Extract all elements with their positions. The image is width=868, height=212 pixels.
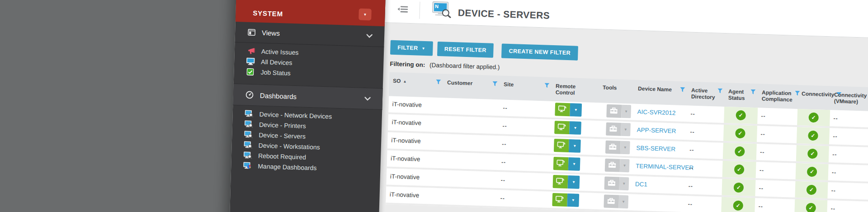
tools-button[interactable] xyxy=(606,122,621,136)
sort-asc-icon: ▲ xyxy=(403,80,406,84)
filter-button[interactable]: FILTER ▼ xyxy=(390,40,433,56)
cell-customer xyxy=(442,116,499,134)
device-name-link[interactable]: AIC-SVR2012 xyxy=(637,108,675,117)
sidebar-item-label: Manage Dashboards xyxy=(258,162,316,171)
remote-control-button[interactable] xyxy=(553,157,569,170)
cell-text: iT-novative xyxy=(390,191,420,199)
remote-control-button[interactable] xyxy=(553,175,568,188)
tools-button[interactable] xyxy=(604,195,619,208)
monitor-icon xyxy=(246,57,255,66)
cell-text: iT-novative xyxy=(391,155,420,163)
toolbox-icon xyxy=(608,179,616,188)
tools-button[interactable] xyxy=(605,159,620,172)
column-header-so[interactable]: SO▲ xyxy=(389,77,444,86)
create-new-filter-button[interactable]: CREATE NEW FILTER xyxy=(501,43,578,60)
status-ok-icon: ✓ xyxy=(808,130,818,141)
remote-monitor-icon xyxy=(558,105,567,114)
chevron-down-icon: ▼ xyxy=(363,12,367,16)
remote-control-dropdown[interactable]: ▼ xyxy=(568,157,580,171)
sidebar-section-label: Views xyxy=(262,29,280,37)
monitor-search-icon xyxy=(244,130,253,139)
cell-agent: ✓ xyxy=(723,125,757,142)
chevron-down-icon: ▼ xyxy=(623,146,627,150)
status-ok-icon: ✓ xyxy=(735,128,745,138)
column-header-remote[interactable]: Remote Control xyxy=(552,82,599,97)
remote-control-button[interactable] xyxy=(554,139,569,152)
filter-funnel-icon[interactable] xyxy=(750,90,755,96)
cell-ad: -- xyxy=(685,160,723,177)
sidebar-item-label: Device - Network Devices xyxy=(259,110,332,120)
tools-dropdown[interactable]: ▼ xyxy=(619,159,629,173)
column-header-tools[interactable]: Tools xyxy=(599,83,634,92)
cell-text: -- xyxy=(503,104,507,111)
tools-dropdown[interactable]: ▼ xyxy=(618,195,628,209)
device-name-link[interactable]: SBS-SERVER xyxy=(636,145,675,153)
status-ok-icon: ✓ xyxy=(734,164,745,174)
sidebar-section-dashboards[interactable]: Dashboards xyxy=(233,84,382,110)
filter-funnel-icon[interactable] xyxy=(436,80,441,86)
chevron-down-icon: ▼ xyxy=(573,126,577,130)
column-header-ad[interactable]: Active Directory xyxy=(688,86,725,101)
status-ok-icon: ✓ xyxy=(736,110,746,120)
cell-text: -- xyxy=(833,115,838,121)
remote-control-dropdown[interactable]: ▼ xyxy=(569,121,581,135)
sidebar-section-views[interactable]: Views xyxy=(235,22,384,47)
status-ok-icon: ✓ xyxy=(733,200,743,211)
column-label: Remote Control xyxy=(556,83,591,97)
column-label: Application Compliance xyxy=(762,89,793,103)
column-header-customer[interactable]: Customer xyxy=(443,78,500,88)
cell-device: AIC-SVR2012 xyxy=(633,104,687,122)
cell-tools: ▼ xyxy=(598,103,634,120)
tools-dropdown[interactable]: ▼ xyxy=(619,177,629,191)
column-header-conn[interactable]: Connectivity xyxy=(798,90,831,99)
tools-dropdown[interactable]: ▼ xyxy=(621,123,631,137)
reset-filter-label: RESET FILTER xyxy=(444,46,486,53)
tools-button[interactable] xyxy=(606,104,622,118)
cell-conn: ✓ xyxy=(796,163,829,180)
cell-site: -- xyxy=(499,118,551,136)
column-label: Connectivity (VMware) xyxy=(834,92,868,106)
column-header-device[interactable]: Device Name xyxy=(634,85,688,94)
column-header-agent[interactable]: Agent Status xyxy=(725,87,759,102)
tools-button[interactable] xyxy=(604,177,620,190)
chevron-down-icon: ▼ xyxy=(571,198,575,203)
table-body: iT-novative--▼▼AIC-SVR2012--✓--✓--iT-nov… xyxy=(386,96,868,212)
remote-control-button[interactable] xyxy=(554,121,570,134)
sidebar-menu-button[interactable]: ▼ xyxy=(359,8,372,20)
filter-funnel-icon[interactable] xyxy=(544,83,549,90)
filter-funnel-icon[interactable] xyxy=(717,88,722,95)
reset-filter-button[interactable]: RESET FILTER xyxy=(437,42,494,58)
chevron-down-icon: ▼ xyxy=(622,182,626,186)
chevron-down-icon: ▼ xyxy=(573,144,576,148)
chevron-down-icon: ▼ xyxy=(422,46,426,50)
collapse-menu-button[interactable] xyxy=(397,5,409,15)
header-divider xyxy=(419,2,420,19)
remote-control-button[interactable] xyxy=(552,193,567,207)
cell-appcomp: -- xyxy=(755,198,795,212)
remote-control-dropdown[interactable]: ▼ xyxy=(568,175,580,189)
device-name-link[interactable]: APP-SERVER xyxy=(637,127,676,135)
column-header-connvm[interactable]: Connectivity (VMware) xyxy=(830,90,868,106)
create-new-filter-label: CREATE NEW FILTER xyxy=(509,48,571,56)
cell-tools: ▼ xyxy=(597,139,633,156)
column-label: Active Directory xyxy=(691,87,716,101)
tools-dropdown[interactable]: ▼ xyxy=(621,105,631,118)
cell-remote: ▼ xyxy=(550,137,598,155)
cell-ad: -- xyxy=(687,105,724,123)
filter-funnel-icon[interactable] xyxy=(680,87,685,94)
status-ok-icon: ✓ xyxy=(807,148,818,159)
filter-funnel-icon[interactable] xyxy=(492,81,497,88)
remote-control-button[interactable] xyxy=(555,103,570,116)
cell-text: -- xyxy=(502,141,506,147)
device-name-link[interactable]: DC1 xyxy=(635,181,647,188)
status-ok-icon: ✓ xyxy=(806,203,816,212)
tools-button[interactable] xyxy=(605,141,621,154)
remote-control-dropdown[interactable]: ▼ xyxy=(570,103,582,117)
column-header-appcomp[interactable]: Application Compliance xyxy=(758,88,798,104)
cell-text: -- xyxy=(500,195,505,201)
column-header-site[interactable]: Site xyxy=(500,80,552,90)
filter-button-label: FILTER xyxy=(397,44,418,51)
remote-control-dropdown[interactable]: ▼ xyxy=(569,139,581,153)
tools-dropdown[interactable]: ▼ xyxy=(620,141,630,155)
remote-control-dropdown[interactable]: ▼ xyxy=(567,193,579,207)
